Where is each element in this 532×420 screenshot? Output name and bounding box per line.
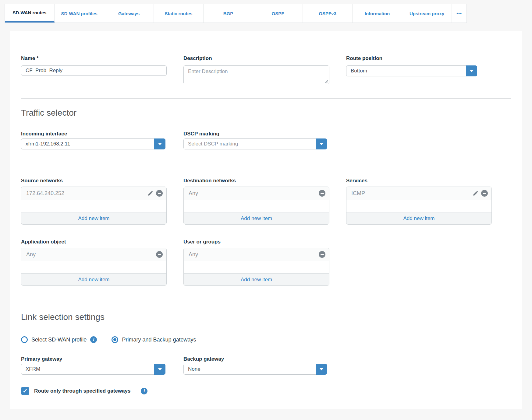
list-empty-area xyxy=(21,200,166,212)
tab-bgp[interactable]: BGP xyxy=(204,4,253,23)
route-position-label: Route position xyxy=(346,55,492,61)
services-box: ICMP Add new item xyxy=(346,187,492,225)
source-networks-group: Source networks 172.64.240.252 Add new i… xyxy=(21,177,167,225)
list-item: Any xyxy=(21,248,166,261)
info-icon[interactable]: i xyxy=(141,388,147,394)
services-label: Services xyxy=(346,177,492,184)
remove-icon[interactable] xyxy=(319,190,325,197)
destination-networks-label: Destination networks xyxy=(183,177,329,184)
tab-ospf[interactable]: OSPF xyxy=(253,4,303,23)
list-item: Any xyxy=(184,187,329,200)
incoming-interface-dropdown-button[interactable] xyxy=(154,138,165,149)
remove-icon[interactable] xyxy=(481,190,488,197)
route-position-dropdown-button[interactable] xyxy=(466,65,477,76)
chevron-down-icon xyxy=(470,70,474,72)
user-or-groups-box: Any Add new item xyxy=(183,248,329,286)
tab-upstream-proxy[interactable]: Upstream proxy xyxy=(402,4,452,23)
remove-icon[interactable] xyxy=(156,190,163,197)
route-position-select[interactable]: Bottom xyxy=(346,65,477,76)
destination-networks-group: Destination networks Any Add new item xyxy=(183,177,329,225)
sdwan-route-form-panel: Name * Description Route position Bottom xyxy=(10,31,522,409)
traffic-selector-heading: Traffic selector xyxy=(21,107,511,118)
description-field-group: Description xyxy=(183,55,329,86)
radio-label: Primary and Backup gateways xyxy=(122,337,196,343)
chevron-down-icon xyxy=(158,368,162,370)
list-item-text: 172.64.240.252 xyxy=(26,190,147,197)
primary-gateway-select[interactable]: XFRM xyxy=(21,364,165,375)
radio-selected-icon[interactable] xyxy=(112,336,118,343)
route-only-checkbox-label: Route only through specified gateways xyxy=(34,388,130,394)
source-networks-label: Source networks xyxy=(21,177,167,184)
destination-networks-box: Any Add new item xyxy=(183,187,329,225)
primary-gateway-value: XFRM xyxy=(21,366,44,372)
radio-label: Select SD-WAN profile xyxy=(31,337,87,343)
application-object-add-button[interactable]: Add new item xyxy=(21,273,166,285)
tab-static-routes[interactable]: Static routes xyxy=(154,4,204,23)
description-textarea[interactable] xyxy=(183,65,329,84)
user-or-groups-label: User or groups xyxy=(183,239,329,245)
tab-sdwan-routes[interactable]: SD-WAN routes xyxy=(5,4,55,23)
route-position-value: Bottom xyxy=(346,68,371,74)
chevron-down-icon xyxy=(319,368,324,370)
radio-icon[interactable] xyxy=(21,336,28,343)
section-divider xyxy=(21,98,511,99)
tab-more-ellipsis-icon[interactable]: ••• xyxy=(452,4,466,23)
destination-networks-add-button[interactable]: Add new item xyxy=(184,212,329,224)
tab-bar: SD-WAN routes SD-WAN profiles Gateways S… xyxy=(5,4,467,23)
user-or-groups-add-button[interactable]: Add new item xyxy=(184,273,329,285)
dscp-marking-group: DSCP marking Select DSCP marking xyxy=(183,131,329,149)
dscp-marking-label: DSCP marking xyxy=(183,131,329,137)
primary-gateway-label: Primary gateway xyxy=(21,356,167,362)
application-object-label: Application object xyxy=(21,239,167,245)
list-item-text: ICMP xyxy=(351,190,473,197)
remove-icon[interactable] xyxy=(319,251,325,258)
list-item-text: Any xyxy=(189,190,319,197)
description-label: Description xyxy=(183,55,329,61)
remove-icon[interactable] xyxy=(156,251,163,258)
tab-ospfv3[interactable]: OSPFv3 xyxy=(303,4,353,23)
radio-select-sdwan-profile[interactable]: Select SD-WAN profile i xyxy=(21,336,97,343)
chevron-down-icon xyxy=(158,143,162,145)
list-empty-area xyxy=(184,200,329,212)
primary-gateway-group: Primary gateway XFRM xyxy=(21,356,167,375)
incoming-interface-group: Incoming interface xfrm1-192.168.2.11 xyxy=(21,131,167,149)
incoming-interface-label: Incoming interface xyxy=(21,131,167,137)
route-position-field-group: Route position Bottom xyxy=(346,55,492,86)
radio-primary-backup-gateways[interactable]: Primary and Backup gateways xyxy=(112,336,196,343)
services-group: Services ICMP Add new item xyxy=(346,177,492,225)
route-only-checkbox[interactable] xyxy=(21,387,29,395)
backup-gateway-select[interactable]: None xyxy=(183,364,327,375)
dscp-marking-select[interactable]: Select DSCP marking xyxy=(183,138,327,149)
list-item: ICMP xyxy=(346,187,491,200)
backup-gateway-value: None xyxy=(184,366,205,372)
edit-icon[interactable] xyxy=(473,190,479,196)
incoming-interface-select[interactable]: xfrm1-192.168.2.11 xyxy=(21,138,165,149)
source-networks-add-button[interactable]: Add new item xyxy=(21,212,166,224)
chevron-down-icon xyxy=(319,143,324,145)
list-item-text: Any xyxy=(26,251,156,258)
incoming-interface-value: xfrm1-192.168.2.11 xyxy=(21,141,74,147)
edit-icon[interactable] xyxy=(147,190,154,196)
list-item: Any xyxy=(184,248,329,261)
backup-gateway-dropdown-button[interactable] xyxy=(316,364,327,375)
services-add-button[interactable]: Add new item xyxy=(346,212,491,224)
user-or-groups-group: User or groups Any Add new item xyxy=(183,239,329,286)
dscp-marking-dropdown-button[interactable] xyxy=(316,138,327,149)
info-icon[interactable]: i xyxy=(90,336,97,343)
backup-gateway-label: Backup gateway xyxy=(183,356,329,362)
list-item: 172.64.240.252 xyxy=(21,187,166,200)
list-item-text: Any xyxy=(189,251,319,258)
primary-gateway-dropdown-button[interactable] xyxy=(154,364,165,375)
name-field-group: Name * xyxy=(21,55,167,86)
list-empty-area xyxy=(184,261,329,273)
tab-gateways[interactable]: Gateways xyxy=(104,4,154,23)
list-empty-area xyxy=(21,261,166,273)
name-input[interactable] xyxy=(21,65,167,76)
list-empty-area xyxy=(346,200,491,212)
tab-sdwan-profiles[interactable]: SD-WAN profiles xyxy=(55,4,104,23)
link-selection-heading: Link selection settings xyxy=(21,312,511,323)
backup-gateway-group: Backup gateway None xyxy=(183,356,329,375)
section-divider xyxy=(21,302,511,302)
tab-information[interactable]: Information xyxy=(353,4,402,23)
source-networks-box: 172.64.240.252 Add new item xyxy=(21,187,167,225)
